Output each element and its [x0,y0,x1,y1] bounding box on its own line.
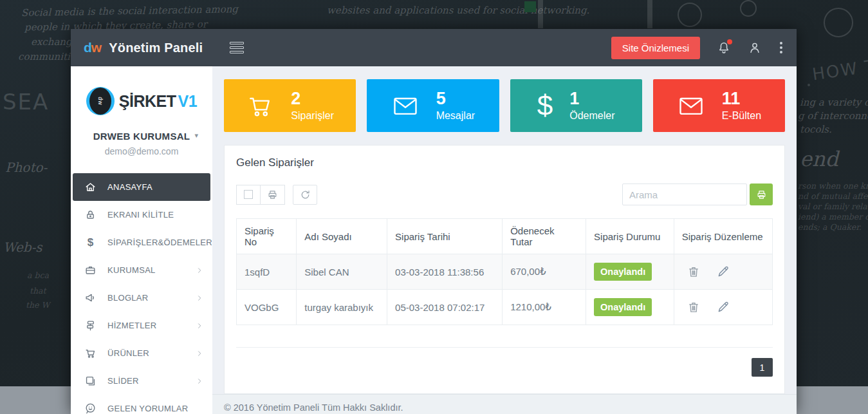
orders-table: Sipariş No Adı Soyadı Sipariş Tarihi Öde… [236,218,773,325]
stat-card-siparisler[interactable]: 2 Siparişler [224,79,356,132]
copyright-text: © 2016 Yönetim Paneli Tüm Hakkı Saklıdır… [224,402,403,413]
stat-label: Siparişler [291,110,334,122]
chevron-right-icon [196,294,203,302]
chalk-text: val or family relations [798,202,868,211]
printer-icon [267,189,278,200]
chevron-right-icon [196,267,203,274]
briefcase-icon [84,264,97,276]
chalk-doodle [678,3,702,27]
kebab-menu-icon[interactable] [779,41,784,55]
select-all-button[interactable] [236,185,261,205]
home-icon [84,181,97,193]
divider [236,347,773,348]
company-logo: dw ŞİRKETV1 [71,87,212,115]
column-header: Ödenecek Tutar [503,219,586,254]
company-logo-icon: dw [86,87,115,115]
stat-label: E-Bülten [722,110,761,122]
admin-app-window: dw Yönetim Paneli Site Önizlemesi dw ŞİR… [71,29,797,414]
chalk-text: communitie [18,51,76,62]
stat-value: 2 [291,89,334,109]
search-print-button[interactable] [750,183,773,205]
stat-card-odemeler[interactable]: $ 1 Ödemeler [510,79,642,132]
stat-card-ebulten[interactable]: 11 E-Bülten [653,79,785,132]
sidebar-item-hizmetler[interactable]: HİZMETLER [71,312,212,339]
status-badge: Onaylandı [594,298,652,316]
comment-smile-icon [84,402,97,414]
sidebar-item-ekrani-kilitle[interactable]: EKRANI KİLİTLE [71,201,212,229]
page-1-button[interactable]: 1 [752,358,773,377]
footer: © 2016 Yönetim Paneli Tüm Hakkı Saklıdır… [212,394,797,414]
sidebar-item-gelen-yorumlar[interactable]: GELEN YORUMLAR [71,395,212,414]
stat-card-mesajlar[interactable]: 5 Mesajlar [367,79,499,132]
sidebar: dw ŞİRKETV1 DRWEB KURUMSAL ▾ demo@demo.c… [71,66,212,414]
orders-panel: Gelen Siparişler [224,145,785,394]
header-logo[interactable]: dw Yönetim Paneli [84,40,203,55]
trash-icon[interactable] [687,265,700,278]
chalk-text: iend) a member of the [798,212,868,221]
column-header: Sipariş Durumu [586,219,674,254]
sidebar-item-kurumsal[interactable]: KURUMSAL [71,256,212,284]
layers-icon [84,375,97,387]
dollar-icon: $ [537,91,553,120]
column-header: Sipariş Tarihi [387,219,503,254]
sidebar-item-anasayfa[interactable]: ANASAYFA [73,173,210,201]
sidebar-item-slider[interactable]: SLİDER [71,367,212,395]
printer-icon [756,189,767,200]
order-date: 03-03-2018 11:38:56 [387,254,503,290]
site-preview-button[interactable]: Site Önizlemesi [611,37,700,59]
top-header: dw Yönetim Paneli Site Önizlemesi [71,29,797,66]
dollar-icon: $ [84,236,97,249]
search-input[interactable] [622,183,747,205]
sidebar-item-urunler[interactable]: ÜRÜNLER [71,339,212,367]
chalk-text: the W [26,300,50,310]
print-button[interactable] [261,185,285,205]
chalk-text: Photo- [5,160,47,175]
table-header-row: Sipariş No Adı Soyadı Sipariş Tarihi Öde… [237,219,773,254]
chalk-doodle [538,0,543,28]
sidebar-item-bloglar[interactable]: BLOGLAR [71,284,212,312]
trash-icon[interactable] [687,301,700,314]
chalk-text: a bca [27,270,49,280]
stat-value: 5 [436,89,475,109]
chalk-text: HOW TO [811,54,868,84]
order-no: 1sqfD [237,254,297,290]
megaphone-icon [84,292,97,304]
column-header: Adı Soyadı [297,219,387,254]
lock-icon [84,209,97,221]
refresh-icon [300,189,311,200]
chalk-text: end [800,147,838,171]
table-row: VOGbG turgay karabıyık 05-03-2018 07:02:… [237,290,773,325]
chalk-text: Social media is the social interaction a… [21,3,238,19]
checkbox[interactable] [244,190,253,199]
account-dropdown[interactable]: DRWEB KURUMSAL ▾ demo@demo.com [71,131,212,156]
table-row: 1sqfD Sibel CAN 03-03-2018 11:38:56 670,… [237,254,773,290]
refresh-button[interactable] [293,185,317,205]
stat-value: 11 [722,89,761,109]
envelope-icon [391,91,420,120]
chevron-right-icon [196,350,203,357]
chalk-text: nd of mutual affection, [798,191,868,201]
sidebar-nav: ANASAYFA EKRANI KİLİTLE $ SİPARİŞLER&ÖDE… [71,173,212,414]
stat-value: 1 [569,89,614,109]
status-badge: Onaylandı [594,263,652,281]
panel-title: Gelen Siparişler [236,156,773,169]
chalk-text: g of interconnected [798,110,868,122]
account-email: demo@demo.com [71,146,212,156]
chalk-text: Web-s [3,240,42,255]
stat-cards: 2 Siparişler 5 Mesajlar $ 1 Ödemeler [224,79,785,132]
sidebar-item-siparisler-odemeler[interactable]: $ SİPARİŞLER&ÖDEMELER [71,229,212,256]
dw-logo-icon: dw [84,40,101,55]
menu-icon[interactable] [230,42,244,53]
pagination: 1 [236,358,773,377]
order-amount: 1210,00₺ [503,290,586,325]
bell-icon[interactable] [717,41,731,55]
order-amount: 670,00₺ [503,254,586,290]
chalk-text: SEA [3,89,49,115]
column-header: Sipariş Düzenleme [674,219,772,254]
chevron-down-icon: ▾ [194,131,198,140]
chalk-text: ing a variety of [800,97,868,108]
pencil-icon[interactable] [717,301,730,314]
signpost-icon [84,319,97,332]
user-icon[interactable] [748,41,762,55]
pencil-icon[interactable] [717,265,730,278]
